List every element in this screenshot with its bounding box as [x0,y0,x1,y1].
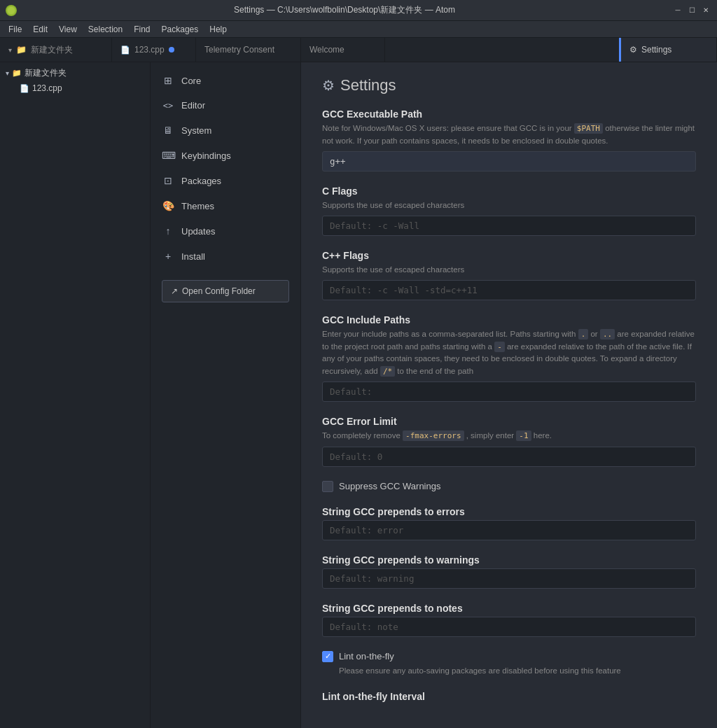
settings-sidebar: ⊞ Core <> Editor 🖥 System ⌨ Keybindings … [151,62,301,728]
tab-welcome-label: Welcome [309,45,344,55]
packages-icon: ⊡ [162,175,174,186]
tab-cpp-file[interactable]: 📄 123.cpp [112,38,196,62]
nav-system[interactable]: 🖥 System [151,118,300,143]
settings-page-title: ⚙ Settings [322,76,696,94]
app-icon [6,5,17,16]
menu-view[interactable]: View [53,21,83,37]
tree-folder-item[interactable]: ▾ 📁 新建文件夹 [0,65,150,81]
folder-expand-icon: ▾ [6,69,9,77]
settings-title-text: Settings [340,76,396,94]
tree-folder-label: 新建文件夹 [25,67,67,79]
keybindings-icon: ⌨ [162,150,174,161]
nav-updates[interactable]: ↑ Updates [151,218,300,244]
menu-find[interactable]: Find [128,21,155,37]
c-flags-input[interactable] [322,216,696,236]
prepend-warnings-section: String GCC prepends to warnings [322,554,696,589]
menu-file[interactable]: File [3,21,27,37]
prepend-notes-input[interactable] [322,617,696,637]
prepend-errors-input[interactable] [322,520,696,540]
tab-folder[interactable]: ▾ 📁 新建文件夹 [0,38,112,62]
nav-install-label: Install [181,251,289,262]
dotdot-code: .. [600,329,615,340]
settings-tab-icon: ⚙ [629,45,637,55]
tab-cpp-label: 123.cpp [134,45,165,55]
install-icon: + [162,251,174,262]
modified-indicator [169,47,174,52]
prepend-errors-section: String GCC prepends to errors [322,506,696,540]
close-button[interactable]: ✕ [700,5,711,16]
gcc-include-label: GCC Include Paths [322,314,696,326]
gcc-error-limit-section: GCC Error Limit To completely remove -fm… [322,416,696,467]
lint-fly-row: ✓ Lint on-the-fly [322,651,696,662]
system-icon: 🖥 [162,125,174,136]
cpp-flags-input[interactable] [322,280,696,300]
cpp-flags-label: C++ Flags [322,250,696,261]
nav-install[interactable]: + Install [151,244,300,269]
lint-fly-desc: Please ensure any auto-saving packages a… [322,665,696,677]
core-icon: ⊞ [162,75,174,86]
cpp-flags-desc: Supports the use of escaped characters [322,264,696,276]
gcc-path-label: GCC Executable Path [322,108,696,120]
open-config-button[interactable]: ↗ Open Config Folder [162,280,289,302]
tree-file-label: 123.cpp [32,83,62,93]
content-wrapper: ▾ 📁 新建文件夹 📄 123.cpp ⊞ Core <> Editor 🖥 S… [0,62,717,728]
tab-settings[interactable]: ⚙ Settings [619,38,717,62]
c-flags-section: C Flags Supports the use of escaped char… [322,186,696,236]
tab-welcome[interactable]: Welcome [301,38,385,62]
c-flags-desc: Supports the use of escaped characters [322,200,696,211]
tab-bar: ▾ 📁 新建文件夹 📄 123.cpp Telemetry Consent We… [0,38,717,62]
settings-content: ➜ ⚙ Settings GCC Executable Path Note fo… [301,62,717,728]
gcc-include-input[interactable] [322,382,696,402]
tab-telemetry-label: Telemetry Consent [204,45,274,55]
dash-code: - [494,342,505,352]
file-icon: 📄 [120,46,130,55]
c-flags-label: C Flags [322,186,696,197]
file-tree: ▾ 📁 新建文件夹 📄 123.cpp [0,62,151,728]
nav-packages[interactable]: ⊡ Packages [151,168,300,193]
folder-glyph: 📁 [12,69,22,78]
gcc-include-section: GCC Include Paths Enter your include pat… [322,314,696,402]
menu-bar: File Edit View Selection Find Packages H… [0,21,717,38]
minimize-button[interactable]: ─ [672,5,683,16]
glob-code: /* [380,366,395,377]
gcc-error-limit-desc: To completely remove -fmax-errors , simp… [322,430,696,442]
gcc-error-limit-input[interactable] [322,447,696,467]
folder-chevron-icon: ▾ [8,46,12,54]
nav-editor[interactable]: <> Editor [151,93,300,118]
prepend-errors-label: String GCC prepends to errors [322,506,696,517]
updates-icon: ↑ [162,225,174,237]
menu-packages[interactable]: Packages [156,21,204,37]
prepend-notes-section: String GCC prepends to notes [322,603,696,637]
suppress-warnings-label: Suppress GCC Warnings [339,481,440,491]
menu-edit[interactable]: Edit [27,21,53,37]
gcc-path-input[interactable] [322,151,696,172]
prepend-notes-label: String GCC prepends to notes [322,603,696,614]
prepend-warnings-input[interactable] [322,568,696,589]
fmax-code: -fmax-errors [403,430,464,441]
menu-help[interactable]: Help [204,21,232,37]
menu-selection[interactable]: Selection [83,21,128,37]
nav-system-label: System [181,125,289,136]
lint-fly-checkbox[interactable]: ✓ [322,651,333,662]
suppress-warnings-checkbox[interactable] [322,481,333,492]
maximize-button[interactable]: ☐ [686,5,697,16]
suppress-warnings-section: Suppress GCC Warnings [322,481,696,492]
editor-icon: <> [162,101,174,111]
suppress-warnings-row: Suppress GCC Warnings [322,481,696,492]
nav-packages-label: Packages [181,176,289,186]
tab-folder-label: 新建文件夹 [31,44,73,56]
dot-code: . [578,329,589,340]
title-bar: Settings — C:\Users\wolfbolin\Desktop\新建… [0,0,717,21]
tab-settings-label: Settings [641,45,671,55]
nav-keybindings[interactable]: ⌨ Keybindings [151,143,300,168]
gcc-path-desc: Note for Windows/Mac OS X users: please … [322,122,696,147]
nav-core[interactable]: ⊞ Core [151,68,300,93]
open-config-icon: ↗ [171,286,178,296]
lint-fly-label: Lint on-the-fly [339,651,394,662]
tab-telemetry[interactable]: Telemetry Consent [196,38,301,62]
tree-file-item[interactable]: 📄 123.cpp [0,81,150,95]
nav-themes[interactable]: 🎨 Themes [151,193,300,218]
nav-keybindings-label: Keybindings [181,150,289,161]
prepend-warnings-label: String GCC prepends to warnings [322,554,696,566]
settings-gear-icon: ⚙ [322,77,335,94]
